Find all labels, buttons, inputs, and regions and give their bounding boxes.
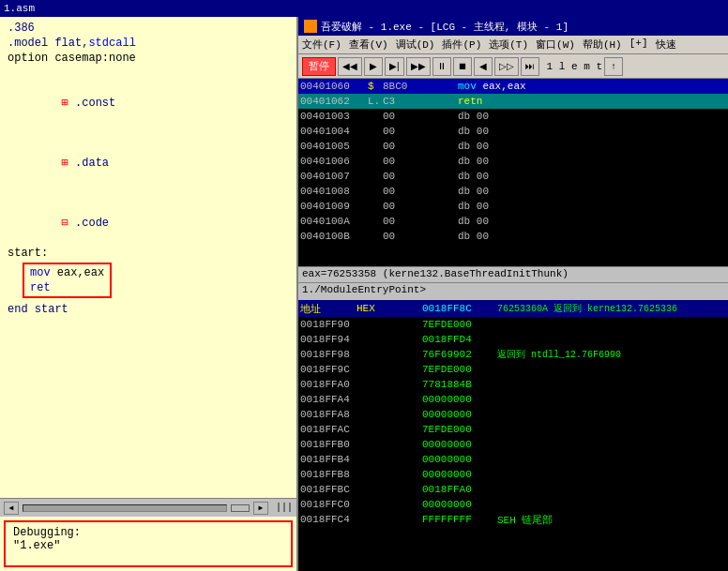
scroll-track[interactable]	[23, 504, 227, 512]
debugger-panel: 吾爱破解 - 1.exe - [LCG - 主线程, 模块 - 1] 文件(F)…	[298, 17, 728, 571]
tb-up-btn[interactable]: ↑	[604, 57, 623, 76]
tb-btn-8[interactable]: ▷▷	[494, 57, 519, 76]
stack-view[interactable]: 地址 HEX 0018FF8C 76253360A 返回到 kerne132.7…	[298, 300, 728, 571]
left-scrollbar: ◀ ▶ |||	[0, 498, 296, 517]
asm-highlighted-code: mov eax,eax ret	[23, 263, 112, 298]
debug-line2: "1.exe"	[13, 539, 283, 552]
stack-row-3: 0018FF98 76F69902 返回到 ntdll_12.76F6990	[298, 347, 728, 362]
asm-const-section: ⊞ .const	[8, 81, 289, 126]
disassembly-view[interactable]: 00401060 $ 8BC0 mov eax,eax 00401062 L. …	[298, 79, 728, 266]
stack-row-1: 0018FF90 7EFDE000	[298, 317, 728, 332]
debugger-app-icon	[304, 20, 317, 33]
tb-btn-9[interactable]: ⏭	[521, 57, 539, 76]
status-text: eax=76253358 (kerne132.BaseThreadInitThu…	[302, 268, 569, 279]
tb-labels: 1 l e m t	[547, 61, 602, 72]
stack-col-val-header: 0018FF8C	[422, 303, 497, 314]
debug-line1: Debugging:	[13, 526, 283, 539]
module-label: 1./ModuleEntryPoint>	[298, 283, 728, 300]
menu-plugin[interactable]: 插件(P)	[442, 38, 481, 52]
asm-line: .model flat,stdcall	[8, 36, 289, 51]
disasm-addr-1: 00401060	[300, 81, 368, 92]
tb-btn-3[interactable]: ▶|	[385, 57, 404, 76]
stack-row-10: 0018FFB4 00000000	[298, 452, 728, 467]
disasm-row-4: 00401004 00 db 00	[298, 124, 728, 139]
disasm-row-8: 00401008 00 db 00	[298, 184, 728, 199]
stack-col-hex-header: HEX	[356, 303, 422, 314]
menu-quick[interactable]: 快速	[656, 38, 676, 52]
disasm-row-5: 00401005 00 db 00	[298, 139, 728, 154]
disasm-marker-1: $	[368, 81, 383, 92]
asm-line: .386	[8, 21, 289, 36]
asm-editor: .386 .model flat,stdcall option casemap:…	[0, 17, 296, 498]
module-text: 1./ModuleEntryPoint>	[302, 284, 426, 295]
pause-button[interactable]: 暂停	[302, 57, 336, 76]
disasm-row-3: 00401003 00 db 00	[298, 109, 728, 124]
disasm-row-1[interactable]: 00401060 $ 8BC0 mov eax,eax	[298, 79, 728, 94]
disasm-row-2[interactable]: 00401062 L. C3 retn	[298, 94, 728, 109]
stack-row-14: 0018FFC4 FFFFFFFF SEH 链尾部	[298, 512, 728, 527]
asm-start-label: start:	[8, 246, 289, 261]
menu-help[interactable]: 帮助(H)	[583, 38, 622, 52]
menu-view[interactable]: 查看(V)	[349, 38, 388, 52]
menu-debug[interactable]: 调试(D)	[396, 38, 435, 52]
stack-row-13: 0018FFC0 00000000	[298, 497, 728, 512]
asm-blank	[8, 186, 289, 201]
disasm-addr-2: 00401062	[300, 96, 368, 107]
debugger-title-bar: 吾爱破解 - 1.exe - [LCG - 主线程, 模块 - 1]	[298, 17, 728, 36]
debugger-toolbar: 暂停 ◀◀ ▶ ▶| ▶▶ ⏸ ⏹ ◀ ▷▷ ⏭ 1 l e m t ↑	[298, 54, 728, 79]
scroll-thumb	[231, 504, 250, 512]
title-text: 1.asm	[4, 3, 35, 14]
disasm-row-11: 0040100B 00 db 00	[298, 229, 728, 244]
status-bar: eax=76253358 (kerne132.BaseThreadInitThu…	[298, 266, 728, 283]
disasm-row-9: 00401009 00 db 00	[298, 199, 728, 214]
tb-btn-2[interactable]: ▶	[364, 57, 383, 76]
tb-btn-4[interactable]: ▶▶	[406, 57, 431, 76]
left-panel-bottom: ◀ ▶ ||| Debugging: "1.exe"	[0, 498, 296, 571]
tb-btn-6[interactable]: ⏹	[453, 57, 472, 76]
menu-plus[interactable]: [+]	[629, 38, 648, 52]
asm-blank	[8, 66, 289, 81]
stack-row-8: 0018FFAC 7EFDE000	[298, 422, 728, 437]
asm-mov-line: mov eax,eax	[30, 265, 104, 280]
stack-row-5: 0018FFA0 7781884B	[298, 377, 728, 392]
disasm-instr-2: retn	[458, 96, 726, 107]
stack-row-7: 0018FFA8 00000000	[298, 407, 728, 422]
asm-end-line: end start	[8, 302, 289, 317]
asm-option-line: option casemap:none	[8, 51, 289, 66]
disasm-row-7: 00401007 00 db 00	[298, 169, 728, 184]
disasm-marker-2: L.	[368, 96, 383, 107]
tb-btn-5[interactable]: ⏸	[432, 57, 451, 76]
debugger-menu-bar: 文件(F) 查看(V) 调试(D) 插件(P) 选项(T) 窗口(W) 帮助(H…	[298, 36, 728, 54]
stack-col-addr-header: 地址	[300, 302, 356, 316]
disasm-instr-1: mov eax,eax	[458, 81, 726, 92]
menu-file[interactable]: 文件(F)	[302, 38, 341, 52]
tb-btn-7[interactable]: ◀	[474, 57, 493, 76]
scroll-label: |||	[276, 503, 293, 513]
main-container: .386 .model flat,stdcall option casemap:…	[0, 17, 728, 571]
menu-window[interactable]: 窗口(W)	[536, 38, 575, 52]
stack-col-comment-header: 76253360A 返回到 kerne132.7625336	[497, 302, 726, 315]
disasm-hex-2: C3	[383, 96, 458, 107]
asm-blank	[8, 126, 289, 141]
stack-row-9: 0018FFB0 00000000	[298, 437, 728, 452]
debug-info-box: Debugging: "1.exe"	[4, 520, 293, 567]
disasm-row-6: 00401006 00 db 00	[298, 154, 728, 169]
title-bar: 1.asm	[0, 0, 728, 17]
asm-ret-line: ret	[30, 280, 104, 295]
stack-row-4: 0018FF9C 7EFDE000	[298, 362, 728, 377]
stack-header: 地址 HEX 0018FF8C 76253360A 返回到 kerne132.7…	[298, 300, 728, 317]
scroll-left-btn[interactable]: ◀	[4, 502, 19, 515]
tb-btn-1[interactable]: ◀◀	[338, 57, 362, 76]
stack-row-12: 0018FFBC 0018FFA0	[298, 482, 728, 497]
asm-code-section: ⊟ .code	[8, 201, 289, 246]
stack-row-6: 0018FFA4 00000000	[298, 392, 728, 407]
disasm-row-10: 0040100A 00 db 00	[298, 214, 728, 229]
disasm-hex-1: 8BC0	[383, 81, 458, 92]
asm-data-section: ⊞ .data	[8, 141, 289, 186]
stack-row-2: 0018FF94 0018FFD4	[298, 332, 728, 347]
scroll-right-btn[interactable]: ▶	[253, 502, 268, 515]
stack-row-11: 0018FFB8 00000000	[298, 467, 728, 482]
left-panel: .386 .model flat,stdcall option casemap:…	[0, 17, 298, 571]
menu-options[interactable]: 选项(T)	[489, 38, 528, 52]
debugger-title-text: 吾爱破解 - 1.exe - [LCG - 主线程, 模块 - 1]	[321, 20, 569, 34]
